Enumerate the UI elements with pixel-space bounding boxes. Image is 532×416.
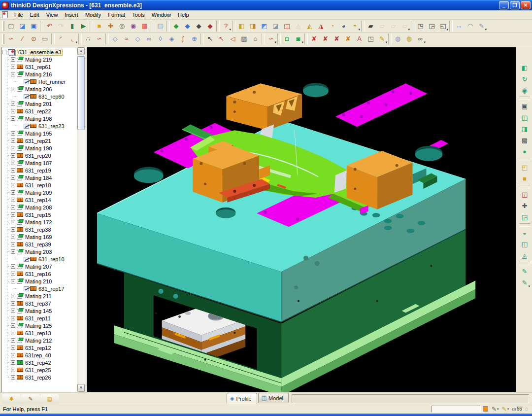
expand-icon[interactable]: + bbox=[11, 168, 15, 173]
expand-icon[interactable]: + bbox=[11, 375, 15, 380]
surface-loft-button[interactable]: ∞ bbox=[143, 34, 155, 44]
tree-item-mating-208[interactable]: +Mating 208 bbox=[2, 204, 77, 211]
view-face-button[interactable]: ◉ bbox=[519, 85, 531, 96]
node-edit-button[interactable]: ∴ bbox=[82, 34, 94, 44]
sketch-tab[interactable]: ✎ bbox=[21, 394, 40, 404]
tree-item-hot-runner[interactable]: Hot_runner bbox=[2, 78, 77, 85]
tab-profile[interactable]: ◈Profile bbox=[227, 393, 257, 404]
feature-thread-button[interactable]: ◔ bbox=[327, 21, 338, 32]
tree-item-mating-211[interactable]: +Mating 211 bbox=[2, 292, 77, 300]
paste-object-button[interactable]: ◲ bbox=[426, 21, 437, 32]
scrollbar-thumb[interactable] bbox=[77, 56, 85, 130]
mold-assembly-3d-model[interactable] bbox=[87, 47, 516, 392]
zoom-tool-button[interactable]: ◎ bbox=[116, 21, 128, 32]
minimize-button[interactable]: _ bbox=[499, 1, 509, 9]
tree-item-631-rep38[interactable]: +631_rep38 bbox=[2, 226, 77, 233]
measure-arc-button[interactable]: ◠ bbox=[465, 21, 476, 32]
expand-icon[interactable]: + bbox=[11, 338, 15, 343]
assembly-green-button[interactable]: ◆ bbox=[170, 21, 182, 32]
tree-item-mating-125[interactable]: +Mating 125 bbox=[2, 322, 77, 329]
solid-box-button[interactable]: ■ bbox=[94, 21, 105, 32]
curve-style[interactable]: ✎▾ bbox=[500, 406, 511, 413]
display-shaded-edges-button[interactable]: ▩ bbox=[519, 135, 531, 146]
lock-gold-button[interactable]: ◍ bbox=[403, 34, 415, 44]
tree-item-mating-210[interactable]: +Mating 210 bbox=[2, 277, 77, 285]
feature-pad-button[interactable]: ◧ bbox=[236, 21, 247, 32]
collapse-icon[interactable]: - bbox=[2, 50, 6, 54]
assembly-blue-button[interactable]: ◆ bbox=[182, 21, 193, 32]
save-button[interactable]: ▣ bbox=[28, 21, 39, 32]
expand-icon[interactable]: + bbox=[11, 109, 15, 113]
tree-item-631-rep10[interactable]: 631_rep10 bbox=[2, 255, 77, 263]
explode-view-button[interactable]: ✚ bbox=[519, 200, 531, 211]
render-image-button[interactable]: ▰ bbox=[365, 21, 376, 32]
feature-rib-button[interactable]: ◪ bbox=[270, 21, 281, 32]
tree-scrollbar[interactable]: ▲ ▼ bbox=[77, 47, 85, 392]
menu-window[interactable]: Window bbox=[148, 11, 174, 19]
mating-edit-button[interactable]: ✎▾ bbox=[519, 277, 531, 288]
tree-item-631-rep16[interactable]: +631_rep16 bbox=[2, 270, 77, 277]
expand-icon[interactable]: + bbox=[11, 131, 15, 136]
toolbar-grabber[interactable] bbox=[2, 21, 4, 31]
surface-drop-button[interactable]: ◊ bbox=[155, 34, 166, 44]
table-view-button[interactable]: ▤ bbox=[155, 21, 166, 32]
text-tool-button[interactable]: A bbox=[354, 34, 365, 44]
lock-entity-button[interactable]: ◍ bbox=[392, 34, 403, 44]
tree-item-631-rep13[interactable]: +631_rep13 bbox=[2, 329, 77, 337]
expand-icon[interactable]: + bbox=[11, 242, 15, 246]
expand-icon[interactable]: + bbox=[11, 227, 15, 232]
render-light-button[interactable]: ▱ bbox=[388, 21, 399, 32]
delete-history-button[interactable]: ✘ bbox=[342, 34, 354, 44]
feature-chamfer-button[interactable]: ◭ bbox=[304, 21, 315, 32]
display-wireframe-button[interactable]: ▣ bbox=[519, 101, 531, 112]
feature-pocket-button[interactable]: ◨ bbox=[247, 21, 259, 32]
tab-model[interactable]: ◫Model bbox=[258, 393, 289, 403]
tree-item-mating-219[interactable]: +Mating 219 bbox=[2, 56, 77, 63]
expand-icon[interactable]: + bbox=[11, 153, 15, 158]
tree-item-mating-203[interactable]: +Mating 203 bbox=[2, 248, 77, 255]
tree-item-631-rep23[interactable]: 631_rep23 bbox=[2, 122, 77, 130]
expand-icon[interactable]: + bbox=[11, 316, 15, 320]
delete-button[interactable]: ✘ bbox=[308, 34, 320, 44]
assembly-dark-button[interactable]: ◆ bbox=[193, 21, 204, 32]
tree-item-631-rep60[interactable]: 631_rep60 bbox=[2, 93, 77, 100]
expand-icon[interactable]: + bbox=[11, 116, 15, 121]
tree-item-631-rep11[interactable]: +631_rep11 bbox=[2, 314, 77, 322]
expand-icon[interactable]: + bbox=[11, 368, 15, 372]
expand-icon[interactable]: + bbox=[11, 146, 15, 150]
display-rendered-button[interactable]: ● bbox=[519, 146, 531, 157]
show-component-button[interactable]: ▮ bbox=[66, 21, 78, 32]
tree-item-mating-195[interactable]: +Mating 195 bbox=[2, 130, 77, 137]
expand-icon[interactable]: + bbox=[11, 346, 15, 350]
tree-item-mating-184[interactable]: +Mating 184 bbox=[2, 174, 77, 181]
clip-plane-box-button[interactable]: ■ bbox=[519, 173, 531, 184]
color-swatch[interactable] bbox=[483, 406, 488, 412]
expand-icon[interactable]: + bbox=[11, 301, 15, 306]
tree-item-631-rep17[interactable]: 631_rep17 bbox=[2, 285, 77, 292]
tree-item-631-rep39[interactable]: +631_rep39 bbox=[2, 241, 77, 248]
menu-help[interactable]: Help bbox=[174, 11, 193, 19]
feature-draft-button[interactable]: ◫ bbox=[281, 21, 293, 32]
manipulator-button[interactable]: ✚ bbox=[105, 21, 116, 32]
feature-pattern-button[interactable]: ◕ bbox=[338, 21, 349, 32]
view-rotate-button[interactable]: ↻ bbox=[519, 73, 531, 85]
expand-icon[interactable]: + bbox=[11, 102, 15, 106]
view-isometric-button[interactable]: ◧ bbox=[519, 62, 531, 73]
tree-item-mating-212[interactable]: +Mating 212 bbox=[2, 337, 77, 344]
tree-root-631-ensemble[interactable]: -631_ensemble.e3 bbox=[2, 48, 77, 56]
expand-icon[interactable]: + bbox=[11, 190, 15, 195]
paint-tool-button[interactable]: ✎▾ bbox=[376, 34, 388, 44]
select-loop-button[interactable]: ⌂ bbox=[250, 34, 261, 44]
expand-icon[interactable]: + bbox=[11, 235, 15, 239]
delete-face-button[interactable]: ✘ bbox=[320, 34, 331, 44]
mating-create-button[interactable]: ✎ bbox=[519, 266, 531, 277]
document-icon[interactable] bbox=[2, 11, 8, 18]
feature-mirror-button[interactable]: ◓▾ bbox=[349, 21, 361, 32]
orbit-tool-button[interactable]: ◉ bbox=[128, 21, 139, 32]
status-input-field[interactable] bbox=[432, 406, 481, 413]
section-view-button[interactable]: ◱ bbox=[519, 189, 531, 200]
dimension-horizontal-button[interactable]: ↔ bbox=[453, 21, 465, 32]
surface-patch-button[interactable]: ◇ bbox=[132, 34, 143, 44]
tree-item-631rep-40[interactable]: +631rep_40 bbox=[2, 351, 77, 359]
menu-tools[interactable]: Tools bbox=[129, 11, 148, 19]
